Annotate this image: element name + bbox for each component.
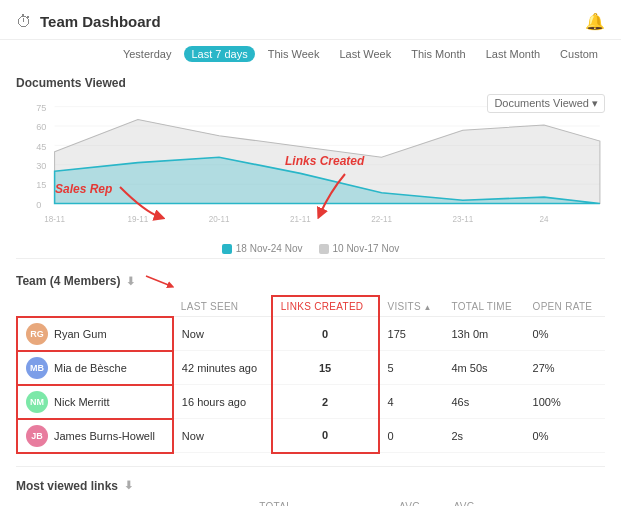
svg-text:22-11: 22-11 — [371, 214, 392, 224]
team-title: Team (4 Members) — [16, 274, 120, 288]
legend-label-current: 18 Nov-24 Nov — [236, 243, 303, 254]
svg-text:30: 30 — [36, 160, 46, 171]
member-name: Mia de Bèsche — [54, 362, 127, 374]
team-name-inner: NM Nick Merritt — [26, 391, 164, 413]
member-visits: 5 — [379, 351, 444, 385]
header-left: ⏱ Team Dashboard — [16, 13, 161, 31]
time-btn-yesterday[interactable]: Yesterday — [116, 46, 179, 62]
avatar: MB — [26, 357, 48, 379]
svg-text:24: 24 — [540, 214, 549, 224]
team-table-row: NM Nick Merritt 16 hours ago2446s100% — [17, 385, 605, 419]
links-table-header: LINK NAME CREATED TOTAL VIEWS VIEWERS AV… — [16, 497, 605, 507]
team-member-name-cell: RG Ryan Gum — [17, 317, 173, 351]
member-name: Nick Merritt — [54, 396, 110, 408]
member-visits: 0 — [379, 419, 444, 453]
member-open-rate: 0% — [525, 317, 605, 351]
most-viewed-section-header: Most viewed links ⬇ — [0, 471, 621, 497]
col-total-time: TOTAL TIME — [443, 296, 524, 317]
team-table: LAST SEEN LINKS CREATED VISITS TOTAL TIM… — [16, 295, 605, 454]
svg-text:18-11: 18-11 — [44, 214, 65, 224]
team-member-name-cell: MB Mia de Bèsche — [17, 351, 173, 385]
member-last-seen: Now — [173, 419, 272, 453]
member-total-time: 4m 50s — [443, 351, 524, 385]
col-links-created: LINKS CREATED — [272, 296, 379, 317]
time-btn-thisweek[interactable]: This Week — [261, 46, 327, 62]
team-name-inner: MB Mia de Bèsche — [26, 357, 164, 379]
col-open-rate: OPEN RATE — [525, 296, 605, 317]
app-header: ⏱ Team Dashboard 🔔 — [0, 0, 621, 40]
legend-item-prev: 10 Nov-17 Nov — [319, 243, 400, 254]
svg-text:15: 15 — [36, 179, 46, 190]
avatar: RG — [26, 323, 48, 345]
most-viewed-title: Most viewed links — [16, 479, 118, 493]
member-last-seen: 16 hours ago — [173, 385, 272, 419]
team-table-container: LAST SEEN LINKS CREATED VISITS TOTAL TIM… — [0, 295, 621, 462]
col-link-name: LINK NAME — [16, 497, 142, 507]
member-name: Ryan Gum — [54, 328, 107, 340]
team-table-header: LAST SEEN LINKS CREATED VISITS TOTAL TIM… — [17, 296, 605, 317]
team-table-row: MB Mia de Bèsche 42 minutes ago1554m 50s… — [17, 351, 605, 385]
time-btn-custom[interactable]: Custom — [553, 46, 605, 62]
col-avg-completion: AVG COMPLETION — [446, 497, 545, 507]
member-open-rate: 100% — [525, 385, 605, 419]
team-member-name-cell: NM Nick Merritt — [17, 385, 173, 419]
team-table-row: RG Ryan Gum Now017513h 0m0% — [17, 317, 605, 351]
svg-text:23-11: 23-11 — [452, 214, 473, 224]
team-download-icon[interactable]: ⬇ — [126, 275, 135, 288]
arrow-team — [141, 271, 181, 291]
chart-dropdown[interactable]: Documents Viewed ▾ — [487, 94, 605, 113]
member-links-created: 15 — [272, 351, 379, 385]
svg-text:75: 75 — [36, 102, 46, 113]
chart-section-header: Documents Viewed — [0, 68, 621, 94]
dashboard-icon: ⏱ — [16, 13, 32, 31]
bell-icon[interactable]: 🔔 — [585, 12, 605, 31]
col-created: CREATED — [142, 497, 251, 507]
time-btn-lastmonth[interactable]: Last Month — [479, 46, 547, 62]
member-name: James Burns-Howell — [54, 430, 155, 442]
links-table: LINK NAME CREATED TOTAL VIEWS VIEWERS AV… — [16, 497, 605, 507]
avatar: NM — [26, 391, 48, 413]
member-total-time: 46s — [443, 385, 524, 419]
member-visits: 4 — [379, 385, 444, 419]
legend-item-current: 18 Nov-24 Nov — [222, 243, 303, 254]
team-section-header: Team (4 Members) ⬇ — [0, 263, 621, 295]
team-name-inner: JB James Burns-Howell — [26, 425, 164, 447]
team-table-row: JB James Burns-Howell Now002s0% — [17, 419, 605, 453]
links-table-container: LINK NAME CREATED TOTAL VIEWS VIEWERS AV… — [0, 497, 621, 507]
avatar: JB — [26, 425, 48, 447]
chart-area: Documents Viewed ▾ 75 60 45 30 15 0 18-1… — [0, 94, 621, 254]
time-btn-thismonth[interactable]: This Month — [404, 46, 472, 62]
member-last-seen: Now — [173, 317, 272, 351]
col-last-seen: LAST SEEN — [173, 296, 272, 317]
chart-legend: 18 Nov-24 Nov 10 Nov-17 Nov — [16, 243, 605, 254]
svg-text:21-11: 21-11 — [290, 214, 311, 224]
col-viewers: VIEWERS — [327, 497, 391, 507]
svg-text:60: 60 — [36, 121, 46, 132]
member-links-created: 0 — [272, 419, 379, 453]
svg-text:0: 0 — [36, 199, 41, 210]
time-btn-lastweek[interactable]: Last Week — [332, 46, 398, 62]
time-filter-bar: Yesterday Last 7 days This Week Last Wee… — [0, 40, 621, 68]
chart-title: Documents Viewed — [16, 76, 126, 90]
member-links-created: 2 — [272, 385, 379, 419]
svg-text:19-11: 19-11 — [127, 214, 148, 224]
legend-label-prev: 10 Nov-17 Nov — [333, 243, 400, 254]
col-sent-by: SENT BY — [544, 497, 605, 507]
links-download-icon[interactable]: ⬇ — [124, 479, 133, 492]
member-total-time: 13h 0m — [443, 317, 524, 351]
documents-chart: 75 60 45 30 15 0 18-11 19-11 20-11 21-11… — [16, 98, 605, 238]
member-visits: 175 — [379, 317, 444, 351]
svg-text:45: 45 — [36, 140, 46, 151]
col-avg-time: AVG TIME — [391, 497, 446, 507]
member-last-seen: 42 minutes ago — [173, 351, 272, 385]
team-name-inner: RG Ryan Gum — [26, 323, 164, 345]
page-title: Team Dashboard — [40, 13, 161, 30]
member-open-rate: 27% — [525, 351, 605, 385]
col-total-views: TOTAL VIEWS — [251, 497, 326, 507]
team-member-name-cell: JB James Burns-Howell — [17, 419, 173, 453]
time-btn-last7[interactable]: Last 7 days — [184, 46, 254, 62]
member-total-time: 2s — [443, 419, 524, 453]
col-name — [17, 296, 173, 317]
divider-2 — [16, 466, 605, 467]
svg-text:20-11: 20-11 — [209, 214, 230, 224]
